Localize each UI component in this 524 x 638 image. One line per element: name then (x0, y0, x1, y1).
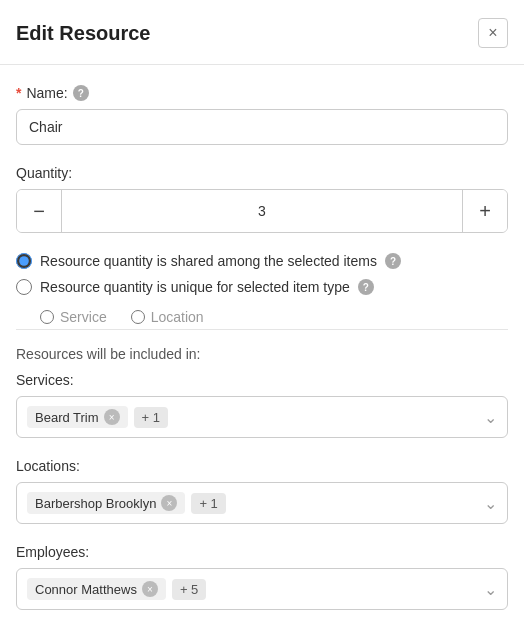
modal-body: * Name: ? Quantity: − + Resource quantit… (0, 65, 524, 638)
service-sub-radio[interactable]: Service (40, 309, 107, 325)
service-sub-radio-input[interactable] (40, 310, 54, 324)
beard-trim-tag: Beard Trim × (27, 406, 128, 428)
employees-chevron-icon: ⌄ (484, 580, 497, 599)
modal-header: Edit Resource × (0, 0, 524, 65)
name-input[interactable] (16, 109, 508, 145)
quantity-stepper: − + (16, 189, 508, 233)
locations-chevron-icon: ⌄ (484, 494, 497, 513)
location-sub-radio-label: Location (151, 309, 204, 325)
connor-matthews-tag: Connor Matthews × (27, 578, 166, 600)
quantity-input[interactable] (61, 190, 463, 232)
quantity-field-group: Quantity: − + (16, 165, 508, 233)
services-field-group: Services: Beard Trim × + 1 ⌄ (16, 372, 508, 438)
connor-matthews-remove-button[interactable]: × (142, 581, 158, 597)
locations-dropdown[interactable]: Barbershop Brooklyn × + 1 ⌄ (16, 482, 508, 524)
beard-trim-remove-button[interactable]: × (104, 409, 120, 425)
included-section-title: Resources will be included in: (16, 346, 508, 362)
close-button[interactable]: × (478, 18, 508, 48)
services-label: Services: (16, 372, 508, 388)
barbershop-brooklyn-remove-button[interactable]: × (161, 495, 177, 511)
services-more-badge: + 1 (134, 407, 168, 428)
location-sub-radio-input[interactable] (131, 310, 145, 324)
barbershop-brooklyn-tag: Barbershop Brooklyn × (27, 492, 185, 514)
sub-radio-group: Service Location (40, 309, 508, 325)
name-field-group: * Name: ? (16, 85, 508, 145)
shared-radio-option[interactable]: Resource quantity is shared among the se… (16, 253, 508, 269)
employees-dropdown[interactable]: Connor Matthews × + 5 ⌄ (16, 568, 508, 610)
connor-matthews-tag-label: Connor Matthews (35, 582, 137, 597)
quantity-label: Quantity: (16, 165, 508, 181)
service-sub-radio-label: Service (60, 309, 107, 325)
edit-resource-modal: Edit Resource × * Name: ? Quantity: − + (0, 0, 524, 638)
locations-field-group: Locations: Barbershop Brooklyn × + 1 ⌄ (16, 458, 508, 524)
shared-radio-label: Resource quantity is shared among the se… (40, 253, 377, 269)
unique-radio-label: Resource quantity is unique for selected… (40, 279, 350, 295)
unique-radio-option[interactable]: Resource quantity is unique for selected… (16, 279, 508, 295)
name-help-icon[interactable]: ? (73, 85, 89, 101)
shared-radio-input[interactable] (16, 253, 32, 269)
name-label: * Name: ? (16, 85, 508, 101)
locations-more-badge: + 1 (191, 493, 225, 514)
section-divider (16, 329, 508, 330)
unique-radio-input[interactable] (16, 279, 32, 295)
name-label-text: Name: (26, 85, 67, 101)
services-chevron-icon: ⌄ (484, 408, 497, 427)
location-sub-radio[interactable]: Location (131, 309, 204, 325)
unique-help-icon[interactable]: ? (358, 279, 374, 295)
shared-help-icon[interactable]: ? (385, 253, 401, 269)
barbershop-brooklyn-tag-label: Barbershop Brooklyn (35, 496, 156, 511)
employees-field-group: Employees: Connor Matthews × + 5 ⌄ (16, 544, 508, 610)
beard-trim-tag-label: Beard Trim (35, 410, 99, 425)
quantity-type-radio-group: Resource quantity is shared among the se… (16, 253, 508, 325)
quantity-plus-button[interactable]: + (463, 190, 507, 232)
quantity-label-text: Quantity: (16, 165, 72, 181)
employees-more-badge: + 5 (172, 579, 206, 600)
modal-title: Edit Resource (16, 22, 150, 45)
services-dropdown[interactable]: Beard Trim × + 1 ⌄ (16, 396, 508, 438)
quantity-minus-button[interactable]: − (17, 190, 61, 232)
required-indicator: * (16, 85, 21, 101)
locations-label: Locations: (16, 458, 508, 474)
employees-label: Employees: (16, 544, 508, 560)
